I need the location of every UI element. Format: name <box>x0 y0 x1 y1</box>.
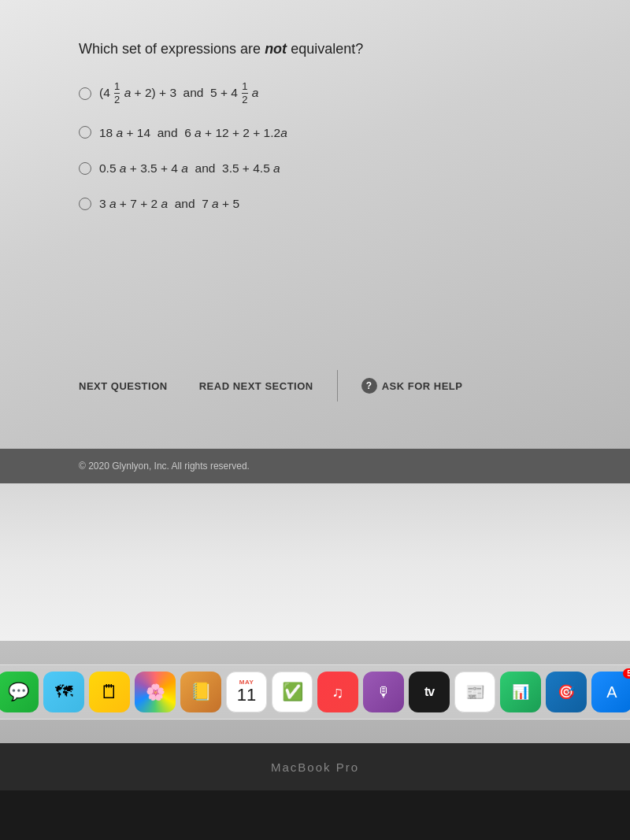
main-content: Which set of expressions are not equival… <box>0 0 630 449</box>
question-title-end: equivalent? <box>291 41 363 57</box>
macbook-label-area: MacBook Pro <box>0 743 630 790</box>
option-c-text: 0.5 a + 3.5 + 4 a and 3.5 + 4.5 a <box>99 159 280 177</box>
next-question-button[interactable]: NEXT QUESTION <box>79 374 168 398</box>
dock-notes-brown[interactable]: 📒 <box>180 672 221 712</box>
option-b-text: 18 a + 14 and 6 a + 12 + 2 + 1.2a <box>99 124 287 142</box>
dock-container: 💬 🗺 🗒 🌸 📒 MAY 11 ✅ ♫ 🎙 <box>0 664 630 720</box>
radio-a[interactable] <box>79 87 91 100</box>
dock-music[interactable]: ♫ <box>317 672 358 712</box>
question-title-italic: not <box>265 41 287 57</box>
footer-bar: © 2020 Glynlyon, Inc. All rights reserve… <box>0 449 630 483</box>
action-divider <box>337 370 338 401</box>
dock-apple-tv[interactable]: tv <box>409 672 450 712</box>
radio-c[interactable] <box>79 162 91 175</box>
bottom-bar <box>0 790 630 840</box>
option-a-text: (4 12 a + 2) + 3 and 5 + 4 12 a <box>99 81 258 106</box>
dock-numbers[interactable]: 📊 <box>500 672 541 712</box>
option-d-text: 3 a + 7 + 2 a and 7 a + 5 <box>99 194 239 213</box>
dock-photos[interactable]: 🌸 <box>135 672 176 712</box>
ask-help-label: ASK FOR HELP <box>382 380 463 392</box>
dock-messages[interactable]: 💬 <box>0 672 39 712</box>
white-gap <box>0 483 630 641</box>
option-a[interactable]: (4 12 a + 2) + 3 and 5 + 4 12 a <box>79 81 551 106</box>
radio-d[interactable] <box>79 198 91 210</box>
question-section: Which set of expressions are not equival… <box>79 39 551 213</box>
option-b[interactable]: 18 a + 14 and 6 a + 12 + 2 + 1.2a <box>79 124 551 142</box>
dock-podcasts[interactable]: 🎙 <box>363 672 404 712</box>
option-d[interactable]: 3 a + 7 + 2 a and 7 a + 5 <box>79 194 551 213</box>
calendar-day: 11 <box>237 686 256 705</box>
dock-keynote[interactable]: 🎯 <box>546 672 587 712</box>
dock-news[interactable]: 📰 <box>454 672 495 712</box>
dock-app-store[interactable]: A 5 <box>591 672 630 712</box>
read-next-section-button[interactable]: READ NEXT SECTION <box>199 374 313 398</box>
footer-copyright: © 2020 Glynlyon, Inc. All rights reserve… <box>79 461 250 472</box>
macbook-label: MacBook Pro <box>271 760 359 774</box>
action-bar: NEXT QUESTION READ NEXT SECTION ? ASK FO… <box>79 370 551 401</box>
app-store-badge: 5 <box>623 668 630 679</box>
radio-b[interactable] <box>79 126 91 139</box>
option-c[interactable]: 0.5 a + 3.5 + 4 a and 3.5 + 4.5 a <box>79 159 551 177</box>
question-title-text: Which set of expressions are <box>79 41 261 57</box>
dock-area: 💬 🗺 🗒 🌸 📒 MAY 11 ✅ ♫ 🎙 <box>0 641 630 743</box>
dock-maps[interactable]: 🗺 <box>43 672 84 712</box>
question-title: Which set of expressions are not equival… <box>79 39 551 59</box>
dock-calendar[interactable]: MAY 11 <box>226 672 267 712</box>
options-list: (4 12 a + 2) + 3 and 5 + 4 12 a 18 a + 1… <box>79 81 551 213</box>
help-icon: ? <box>361 378 377 394</box>
ask-for-help-button[interactable]: ? ASK FOR HELP <box>361 372 463 400</box>
dock-notes-yellow[interactable]: 🗒 <box>89 672 130 712</box>
dock-reminders[interactable]: ✅ <box>272 672 313 712</box>
